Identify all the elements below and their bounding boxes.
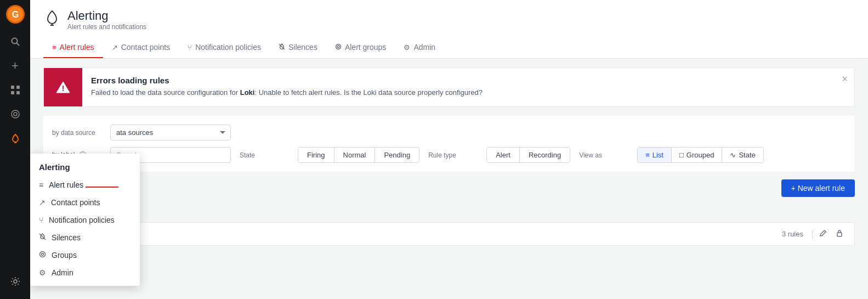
error-banner-content: Errors loading rules Failed to load the … bbox=[82, 68, 854, 106]
error-datasource: Loki bbox=[240, 88, 255, 97]
contact-points-label: Contact points bbox=[51, 198, 100, 207]
tab-admin[interactable]: ⚙ Admin bbox=[395, 37, 444, 58]
alert-rules-tab-icon: ≡ bbox=[52, 43, 56, 52]
divider bbox=[812, 230, 813, 239]
sidebar-alerting[interactable] bbox=[4, 127, 26, 149]
error-icon: ! bbox=[44, 68, 82, 106]
sidebar-search[interactable] bbox=[4, 31, 26, 53]
rule-type-alert-btn[interactable]: Alert bbox=[487, 148, 520, 162]
svg-point-15 bbox=[40, 252, 46, 257]
tab-silences[interactable]: Silences bbox=[270, 37, 326, 58]
dropdown-contact-points[interactable]: ↗ Contact points bbox=[30, 194, 140, 211]
error-prefix: Failed to load the data source configura… bbox=[91, 88, 240, 97]
view-list-btn[interactable]: ≡ List bbox=[638, 148, 672, 162]
view-grouped-label: Grouped bbox=[687, 151, 714, 159]
alert-groups-tab-label: Alert groups bbox=[345, 43, 386, 52]
alert-rules-tab-label: Alert rules bbox=[60, 43, 94, 52]
row-rules-count: 3 rules bbox=[782, 230, 803, 238]
contact-points-tab-icon: ↗ bbox=[112, 43, 118, 52]
state-firing-btn[interactable]: Firing bbox=[298, 148, 334, 162]
summary-row: les: 8 firing, 34 normal + New alert rul… bbox=[43, 177, 855, 199]
silences-tab-label: Silences bbox=[288, 43, 317, 52]
lock-icon[interactable] bbox=[833, 228, 846, 240]
notification-policies-tab-icon: ⑂ bbox=[188, 43, 192, 52]
svg-rect-23 bbox=[837, 233, 842, 236]
dropdown-alert-rules[interactable]: ≡ Alert rules bbox=[30, 176, 140, 194]
dropdown-notification-policies[interactable]: ⑂ Notification policies bbox=[30, 211, 140, 229]
filter-row-label: by label ⓘ State Firing Normal Pending R… bbox=[52, 147, 846, 163]
silences-label: Silences bbox=[52, 233, 81, 242]
filter-label-datasource: by data source bbox=[52, 129, 101, 137]
state-label: State bbox=[240, 151, 289, 159]
error-suffix: : Unable to fetch alert rules. Is the Lo… bbox=[254, 88, 483, 97]
content-area: ! Errors loading rules Failed to load th… bbox=[30, 59, 868, 299]
error-title: Errors loading rules bbox=[91, 76, 846, 85]
alert-rules-label: Alert rules bbox=[49, 180, 83, 189]
silences-tab-icon bbox=[279, 43, 285, 52]
view-as-group: ≡ List □ Grouped ∿ State bbox=[637, 147, 764, 163]
view-state-btn[interactable]: ∿ State bbox=[722, 148, 763, 162]
error-close-button[interactable]: × bbox=[842, 74, 848, 85]
main-content: Alerting Alert rules and notifications ≡… bbox=[30, 0, 868, 299]
row-actions bbox=[812, 228, 846, 240]
state-normal-btn[interactable]: Normal bbox=[334, 148, 376, 162]
rule-type-filter-group: Alert Recording bbox=[486, 147, 570, 163]
error-banner: ! Errors loading rules Failed to load th… bbox=[43, 67, 855, 107]
dropdown-admin[interactable]: ⚙ Admin bbox=[30, 264, 140, 281]
tab-alert-rules[interactable]: ≡ Alert rules bbox=[43, 37, 103, 58]
svg-point-20 bbox=[336, 44, 341, 49]
new-alert-rule-button[interactable]: + New alert rule bbox=[781, 179, 855, 197]
tabs: ≡ Alert rules ↗ Contact points ⑂ Notific… bbox=[43, 37, 855, 58]
page-title-block: Alerting Alert rules and notifications bbox=[67, 9, 146, 31]
tab-alert-groups[interactable]: Alert groups bbox=[326, 37, 395, 58]
groups-label: Groups bbox=[52, 251, 77, 259]
svg-point-9 bbox=[12, 110, 19, 118]
contact-points-tab-label: Contact points bbox=[121, 43, 171, 52]
notification-policies-label: Notification policies bbox=[49, 216, 115, 224]
state-view-icon: ∿ bbox=[730, 151, 736, 159]
state-pending-btn[interactable]: Pending bbox=[375, 148, 419, 162]
view-state-label: State bbox=[739, 151, 755, 159]
svg-rect-5 bbox=[11, 86, 14, 89]
sidebar-dashboard[interactable] bbox=[4, 79, 26, 101]
svg-text:G: G bbox=[12, 10, 18, 19]
alert-groups-tab-icon bbox=[335, 43, 342, 52]
error-message: Failed to load the data source configura… bbox=[91, 88, 846, 97]
dropdown-header: Alerting bbox=[30, 158, 140, 176]
table-row: ▶ tkg-innov-dev 3 rules bbox=[43, 222, 855, 246]
sidebar-settings[interactable] bbox=[4, 270, 26, 292]
svg-point-10 bbox=[14, 112, 17, 116]
rule-type-recording-btn[interactable]: Recording bbox=[520, 148, 570, 162]
contact-points-icon: ↗ bbox=[39, 198, 46, 207]
tab-notification-policies[interactable]: ⑂ Notification policies bbox=[179, 37, 270, 58]
edit-icon[interactable] bbox=[817, 228, 829, 240]
svg-line-4 bbox=[16, 43, 19, 46]
groups-icon bbox=[39, 251, 46, 259]
dropdown-groups[interactable]: Groups bbox=[30, 246, 140, 264]
dropdown-silences[interactable]: Silences bbox=[30, 229, 140, 246]
svg-point-21 bbox=[337, 46, 339, 48]
svg-point-13 bbox=[14, 280, 17, 283]
admin-icon: ⚙ bbox=[39, 268, 46, 277]
sidebar-add[interactable]: + bbox=[4, 55, 26, 77]
view-grouped-btn[interactable]: □ Grouped bbox=[672, 148, 722, 162]
datasource-filter-select[interactable]: ata sources bbox=[110, 125, 231, 140]
svg-rect-8 bbox=[16, 91, 20, 94]
grafana-logo[interactable]: G bbox=[5, 4, 25, 24]
tab-contact-points[interactable]: ↗ Contact points bbox=[103, 37, 179, 58]
top-area: Alerting Alert rules and notifications ≡… bbox=[30, 0, 868, 59]
svg-point-3 bbox=[12, 38, 17, 44]
svg-rect-7 bbox=[11, 91, 14, 94]
view-as-label: View as bbox=[579, 151, 628, 159]
page-title: Alerting bbox=[67, 9, 146, 23]
alerting-dropdown-menu: Alerting ≡ Alert rules ↗ Contact points … bbox=[30, 154, 140, 286]
notification-policies-tab-label: Notification policies bbox=[195, 43, 261, 52]
group-name: na bbox=[43, 205, 855, 218]
svg-text:!: ! bbox=[62, 84, 65, 93]
sidebar: G + bbox=[0, 0, 30, 299]
rule-type-label: Rule type bbox=[428, 151, 478, 159]
sidebar-explore[interactable] bbox=[4, 103, 26, 125]
row-folder-name: tkg-innov-dev bbox=[86, 230, 773, 239]
page-header-icon bbox=[43, 9, 61, 31]
state-filter-group: Firing Normal Pending bbox=[298, 147, 419, 163]
